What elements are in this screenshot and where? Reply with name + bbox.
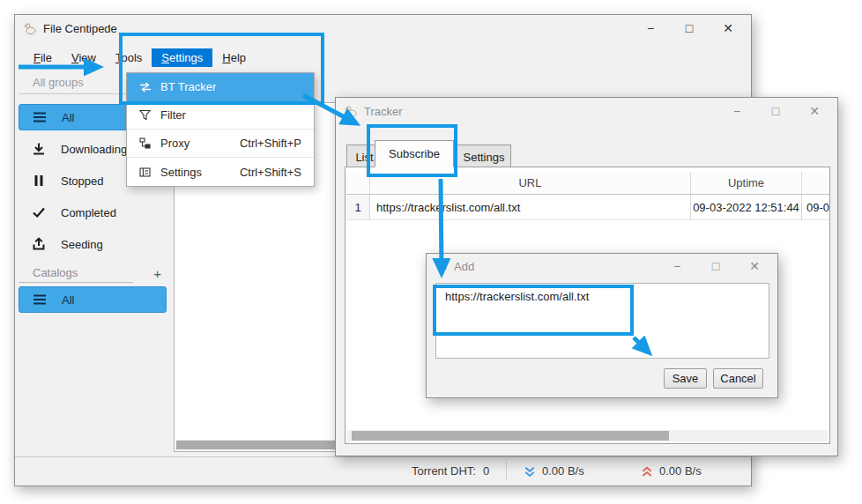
app-duck-icon (345, 105, 358, 118)
tab-settings[interactable]: Settings (457, 145, 511, 168)
pause-icon (31, 173, 47, 189)
add-dialog-controls: − □ ✕ (658, 254, 774, 278)
menu-icon (32, 109, 48, 125)
column-header-url[interactable]: URL (370, 172, 691, 195)
main-window-title: File Centipede (43, 22, 117, 35)
cancel-button[interactable]: Cancel (713, 368, 763, 389)
table-header-row: URL Uptime (346, 172, 830, 195)
settings-dropdown-menu: BT Tracker Filter Proxy Ctrl+Shift+P Set… (126, 72, 315, 187)
app-duck-icon (435, 260, 448, 272)
menu-item-label: Settings (160, 166, 202, 179)
download-chevron-icon (524, 466, 536, 478)
proxy-icon (138, 137, 152, 149)
menu-item-filter[interactable]: Filter (127, 101, 314, 130)
filter-icon (138, 109, 152, 121)
check-icon (31, 204, 47, 220)
menu-bar: File View Tools Settings Help (24, 47, 256, 68)
sidebar-item-completed[interactable]: Completed (19, 199, 167, 226)
save-button[interactable]: Save (664, 368, 707, 389)
groups-label: All groups (33, 76, 84, 89)
tab-label: List (355, 151, 373, 164)
dht-label: Torrent DHT: (412, 457, 476, 485)
tab-label: Subscribe (389, 147, 440, 160)
tracker-icon (138, 81, 152, 93)
sidebar-item-label: All (62, 111, 74, 124)
menu-icon (32, 292, 48, 308)
menu-item-proxy[interactable]: Proxy Ctrl+Shift+P (127, 130, 314, 158)
sidebar-item-label: Completed (61, 206, 116, 219)
app-duck-icon (24, 22, 37, 35)
add-dialog: Add − □ ✕ https://trackerslist.com/all.t… (426, 253, 778, 398)
download-icon (31, 141, 47, 157)
menu-help[interactable]: Help (212, 48, 256, 67)
menu-item-shortcut: Ctrl+Shift+P (240, 137, 314, 150)
sidebar-item-label: Downloading (61, 143, 127, 156)
horizontal-scrollbar[interactable] (347, 430, 828, 441)
row-index-cell: 1 (346, 195, 370, 220)
status-bar: Torrent DHT: 0 0.00 B/s 0.00 B/s (15, 456, 751, 485)
menu-item-bt-tracker[interactable]: BT Tracker (127, 73, 314, 101)
sidebar-item-label: Stopped (61, 174, 103, 188)
download-speed: 0.00 B/s (542, 457, 584, 485)
menu-settings[interactable]: Settings (152, 48, 212, 67)
catalog-item-all[interactable]: All (19, 286, 167, 313)
upload-icon (31, 236, 47, 252)
tab-label: Settings (464, 151, 505, 164)
tracker-url-input[interactable]: https://trackerslist.com/all.txt (435, 283, 769, 359)
maximize-icon[interactable]: □ (696, 254, 735, 278)
row-url-cell: https://trackerslist.com/all.txt (370, 195, 691, 220)
menu-view[interactable]: View (62, 48, 106, 67)
add-catalog-button[interactable]: + (153, 266, 161, 281)
row-uptime-cell: 09-03-2022 12:51:44 (691, 195, 802, 220)
minimize-icon[interactable]: − (658, 254, 696, 278)
upload-chevron-icon (641, 466, 653, 478)
minimize-icon[interactable]: − (631, 15, 670, 41)
row-extra-cell: 09-0 (802, 195, 830, 220)
menu-item-label: BT Tracker (160, 80, 216, 93)
close-icon[interactable]: ✕ (795, 98, 834, 124)
sidebar-item-seeding[interactable]: Seeding (19, 231, 167, 257)
menu-item-label: Filter (160, 108, 186, 122)
menu-file[interactable]: File (24, 48, 62, 67)
tracker-window-controls: − □ ✕ (717, 98, 834, 124)
menu-item-settings[interactable]: Settings Ctrl+Shift+S (127, 158, 314, 186)
catalogs-label: Catalogs (33, 266, 78, 279)
tracker-url-value: https://trackerslist.com/all.txt (445, 290, 589, 303)
catalogs-divider (19, 282, 133, 283)
catalog-item-label: All (62, 293, 74, 307)
column-header-index[interactable] (346, 172, 370, 195)
tab-subscribe[interactable]: Subscribe (375, 140, 454, 167)
column-header-uptime[interactable]: Uptime (691, 172, 802, 195)
status-divider (506, 462, 507, 480)
settings-icon (138, 167, 152, 178)
main-window-controls: − □ ✕ (631, 15, 747, 41)
column-header-extra[interactable] (802, 172, 830, 195)
tracker-window-title: Tracker (364, 105, 403, 118)
maximize-icon[interactable]: □ (756, 98, 795, 124)
sidebar-item-label: Seeding (61, 238, 103, 251)
upload-speed: 0.00 B/s (659, 457, 702, 485)
scrollbar-thumb[interactable] (352, 431, 669, 441)
dht-value: 0 (483, 457, 489, 485)
menu-item-label: Proxy (160, 137, 189, 150)
maximize-icon[interactable]: □ (670, 15, 709, 41)
close-icon[interactable]: ✕ (735, 254, 774, 278)
menu-tools[interactable]: Tools (106, 48, 152, 67)
table-row[interactable]: 1 https://trackerslist.com/all.txt 09-03… (346, 195, 830, 220)
minimize-icon[interactable]: − (717, 98, 756, 124)
menu-item-shortcut: Ctrl+Shift+S (240, 166, 314, 179)
close-icon[interactable]: ✕ (709, 15, 747, 41)
add-dialog-title: Add (454, 260, 474, 273)
tracker-table: URL Uptime 1 https://trackerslist.com/al… (346, 172, 830, 220)
